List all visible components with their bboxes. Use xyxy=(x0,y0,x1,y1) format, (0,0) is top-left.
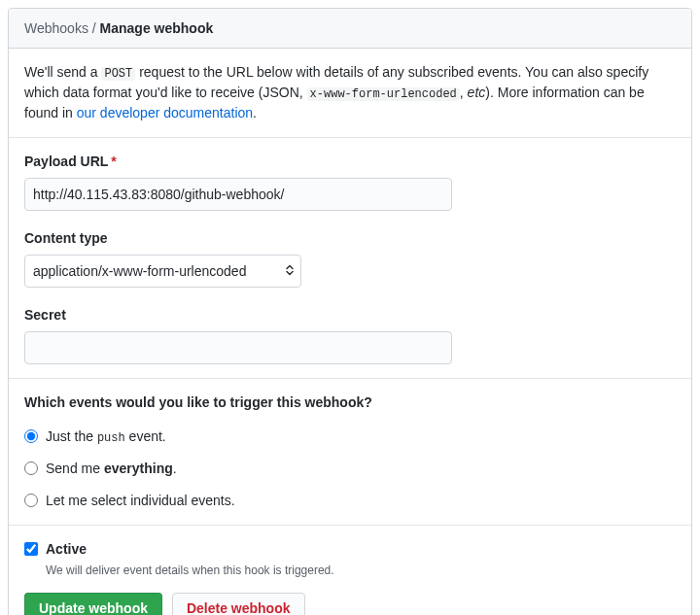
footer-section: Active We will deliver event details whe… xyxy=(9,526,691,615)
content-type-label: Content type xyxy=(24,228,676,249)
required-asterisk: * xyxy=(111,154,116,169)
active-checkbox[interactable] xyxy=(24,542,38,556)
active-description: We will deliver event details when this … xyxy=(46,562,334,579)
intro-text: We'll send a POST request to the URL bel… xyxy=(9,49,691,138)
event-label-everything: Send me everything. xyxy=(46,459,177,479)
event-radio-push[interactable] xyxy=(24,429,38,443)
event-label-push: Just the push event. xyxy=(46,427,166,447)
active-label: Active xyxy=(46,541,87,557)
form-section: Payload URL* Content type application/x-… xyxy=(9,138,691,379)
content-type-select[interactable]: application/x-www-form-urlencoded xyxy=(24,255,301,288)
webhook-panel: Webhooks / Manage webhook We'll send a P… xyxy=(8,8,692,615)
page-title: Manage webhook xyxy=(100,20,214,36)
payload-url-label: Payload URL* xyxy=(24,152,676,172)
secret-label: Secret xyxy=(24,305,676,325)
active-row: Active We will deliver event details whe… xyxy=(24,539,676,579)
event-option-individual[interactable]: Let me select individual events. xyxy=(24,491,676,511)
event-label-individual: Let me select individual events. xyxy=(46,491,235,511)
code-post: POST xyxy=(101,67,135,81)
docs-link[interactable]: our developer documentation xyxy=(77,105,253,120)
secret-input[interactable] xyxy=(24,331,452,364)
event-option-push[interactable]: Just the push event. xyxy=(24,427,676,447)
breadcrumb-parent[interactable]: Webhooks xyxy=(24,20,88,36)
events-heading: Which events would you like to trigger t… xyxy=(24,393,676,413)
event-radio-everything[interactable] xyxy=(24,461,38,475)
event-radio-individual[interactable] xyxy=(24,494,38,507)
panel-header: Webhooks / Manage webhook xyxy=(9,9,691,49)
breadcrumb-separator: / xyxy=(88,20,100,36)
payload-url-input[interactable] xyxy=(24,178,452,211)
delete-webhook-button[interactable]: Delete webhook xyxy=(172,593,305,615)
update-webhook-button[interactable]: Update webhook xyxy=(24,593,162,615)
event-option-everything[interactable]: Send me everything. xyxy=(24,459,676,479)
code-urlencoded: x-www-form-urlencoded xyxy=(307,87,460,101)
events-section: Which events would you like to trigger t… xyxy=(9,379,691,526)
